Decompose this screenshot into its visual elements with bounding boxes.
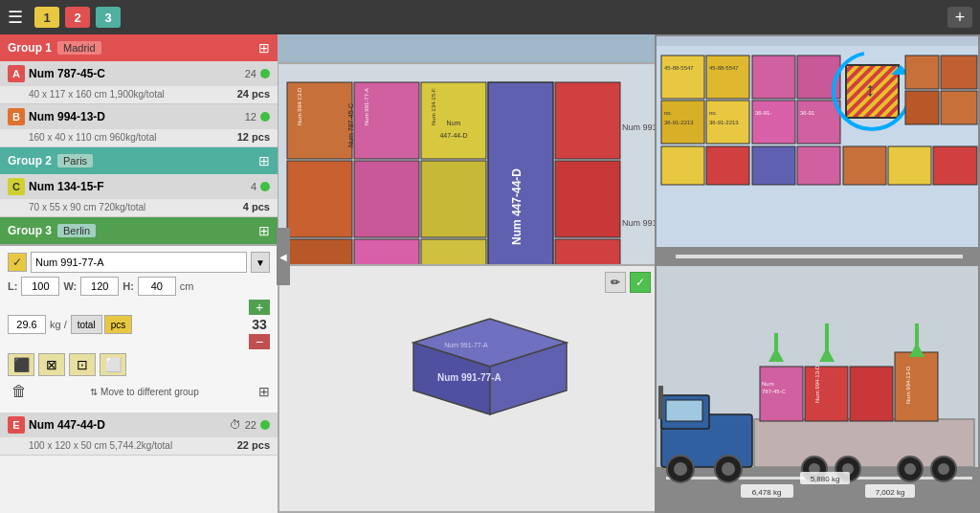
item-b-letter: B bbox=[8, 108, 25, 125]
svg-text:447-44-D: 447-44-D bbox=[439, 132, 467, 139]
svg-rect-63 bbox=[933, 146, 977, 185]
group2-header[interactable]: Group 2 Paris ⊞ bbox=[0, 147, 278, 174]
svg-text:36-91-: 36-91- bbox=[755, 110, 771, 116]
width-label: W: bbox=[63, 280, 77, 292]
svg-text:6,478 kg: 6,478 kg bbox=[752, 488, 782, 497]
weight-row: kg / total pcs + 33 − bbox=[8, 300, 270, 349]
item-a-name: Num 787-45-C bbox=[29, 67, 245, 80]
svg-text:Num 994-13-D: Num 994-13-D bbox=[905, 366, 911, 404]
svg-rect-58 bbox=[706, 146, 749, 185]
item-a-status-dot bbox=[260, 69, 270, 78]
add-tab-button[interactable]: + bbox=[947, 7, 972, 28]
svg-rect-40 bbox=[706, 56, 749, 99]
svg-point-99 bbox=[938, 463, 949, 475]
tab-1-button[interactable]: 1 bbox=[34, 7, 59, 28]
scroll-arrow[interactable]: ◀ bbox=[277, 228, 290, 285]
width-input[interactable] bbox=[80, 277, 119, 296]
item-e-count-label: 22 pcs bbox=[237, 439, 270, 451]
edit-panel: ✓ ▼ L: W: H: cm kg / total pcs + 33 bbox=[0, 244, 278, 413]
svg-text:Num 134-15-F: Num 134-15-F bbox=[431, 88, 436, 125]
weight-type-toggle: total pcs bbox=[71, 315, 132, 334]
group2-city: Paris bbox=[57, 154, 93, 167]
item-e-count: 22 bbox=[245, 419, 256, 431]
svg-rect-55 bbox=[905, 91, 939, 124]
item-b-name: Num 994-13-D bbox=[29, 110, 245, 123]
sidebar: Group 1 Madrid ⊞ A Num 787-45-C 24 40 x … bbox=[0, 34, 278, 513]
group1-city: Madrid bbox=[57, 41, 101, 55]
delete-item-btn[interactable]: 🗑 bbox=[8, 380, 31, 403]
orient-1-btn[interactable]: ⬛ bbox=[8, 353, 34, 376]
item-b-status-dot bbox=[260, 112, 270, 122]
preview-check-btn[interactable]: ✓ bbox=[630, 272, 651, 293]
svg-rect-61 bbox=[843, 146, 886, 185]
total-btn[interactable]: total bbox=[71, 315, 102, 334]
svg-rect-53 bbox=[905, 56, 939, 89]
item-checkbox[interactable]: ✓ bbox=[8, 253, 27, 272]
item-a-count-label: 24 pcs bbox=[237, 88, 270, 100]
svg-text:45-88-5547: 45-88-5547 bbox=[709, 65, 739, 71]
svg-text:Num 994-13-D: Num 994-13-D bbox=[297, 87, 302, 125]
kg-label: kg / bbox=[50, 319, 67, 330]
main-view: easycargo Num 787-45-C Num 447-44-D bbox=[278, 34, 980, 513]
group1-label: Group 1 bbox=[8, 41, 52, 55]
item-name-input[interactable] bbox=[31, 252, 247, 273]
group3-label: Group 3 bbox=[8, 224, 52, 237]
svg-rect-20 bbox=[555, 82, 620, 159]
svg-rect-73 bbox=[676, 255, 963, 258]
svg-text:787-45-C: 787-45-C bbox=[762, 389, 787, 394]
svg-text:36-91-2213: 36-91-2213 bbox=[664, 120, 694, 125]
svg-rect-54 bbox=[941, 56, 977, 89]
svg-rect-21 bbox=[555, 161, 620, 237]
svg-rect-5 bbox=[287, 161, 352, 237]
weight-input[interactable] bbox=[8, 315, 46, 334]
count-display: 33 bbox=[252, 317, 267, 332]
top-bar: ☰ 1 2 3 + bbox=[0, 0, 980, 34]
count-minus-btn[interactable]: − bbox=[249, 334, 270, 349]
svg-text:Num 994-13-D: Num 994-13-D bbox=[814, 365, 820, 403]
pcs-btn[interactable]: pcs bbox=[104, 315, 133, 334]
item-a-header[interactable]: A Num 787-45-C 24 bbox=[0, 61, 278, 86]
orient-3-btn[interactable]: ⊡ bbox=[69, 353, 96, 376]
panel-top-right: ↕ 45-88-5547 45-88-5547 no. 36-91-2213 n… bbox=[655, 34, 980, 283]
tab-2-button[interactable]: 2 bbox=[65, 7, 90, 28]
svg-text:Num 991-77-A: Num 991-77-A bbox=[444, 342, 488, 348]
move-row: 🗑 ⇅ Move to different group ⊞ bbox=[8, 380, 270, 403]
svg-point-90 bbox=[722, 462, 735, 476]
menu-icon[interactable]: ☰ bbox=[8, 7, 23, 28]
svg-rect-105 bbox=[850, 367, 893, 421]
item-c-header[interactable]: C Num 134-15-F 4 bbox=[0, 174, 278, 199]
name-dropdown[interactable]: ▼ bbox=[251, 252, 270, 273]
count-plus-btn[interactable]: + bbox=[249, 300, 270, 315]
orientation-row: ⬛ ⊠ ⊡ ⬜ bbox=[8, 353, 270, 376]
svg-rect-60 bbox=[797, 146, 840, 185]
svg-text:45-88-5547: 45-88-5547 bbox=[664, 65, 694, 71]
item-a-section: A Num 787-45-C 24 40 x 117 x 160 cm 1,90… bbox=[0, 61, 278, 104]
length-input[interactable] bbox=[21, 277, 59, 296]
group3-icon: ⊞ bbox=[258, 223, 270, 238]
item-e-header[interactable]: E Num 447-44-D ⏱ 22 bbox=[0, 413, 278, 437]
group1-header[interactable]: Group 1 Madrid ⊞ bbox=[0, 34, 278, 61]
item-c-count-label: 4 pcs bbox=[243, 201, 270, 212]
svg-text:↕: ↕ bbox=[865, 78, 875, 100]
svg-text:Num 991-77-A: Num 991-77-A bbox=[364, 88, 369, 125]
svg-rect-56 bbox=[941, 91, 977, 124]
item-a-count: 24 bbox=[245, 68, 256, 79]
item-c-count: 4 bbox=[251, 181, 256, 192]
svg-rect-103 bbox=[805, 367, 848, 421]
svg-text:36-91: 36-91 bbox=[800, 110, 815, 116]
orient-2-btn[interactable]: ⊠ bbox=[38, 353, 65, 376]
svg-rect-9 bbox=[354, 161, 419, 237]
height-input[interactable] bbox=[138, 277, 176, 296]
orient-4-btn[interactable]: ⬜ bbox=[100, 353, 126, 376]
svg-text:Num 787-45-C: Num 787-45-C bbox=[347, 103, 354, 147]
tab-3-button[interactable]: 3 bbox=[96, 7, 121, 28]
item-b-header[interactable]: B Num 994-13-D 12 bbox=[0, 104, 278, 129]
edit-name-row: ✓ ▼ bbox=[8, 252, 270, 273]
item-e-letter: E bbox=[8, 416, 25, 434]
svg-rect-57 bbox=[661, 146, 704, 185]
preview-edit-btn[interactable]: ✏ bbox=[605, 272, 626, 293]
group3-header[interactable]: Group 3 Berlin ⊞ bbox=[0, 217, 278, 244]
svg-rect-59 bbox=[752, 146, 795, 185]
svg-text:Num: Num bbox=[762, 381, 774, 387]
svg-rect-15 bbox=[421, 161, 486, 237]
